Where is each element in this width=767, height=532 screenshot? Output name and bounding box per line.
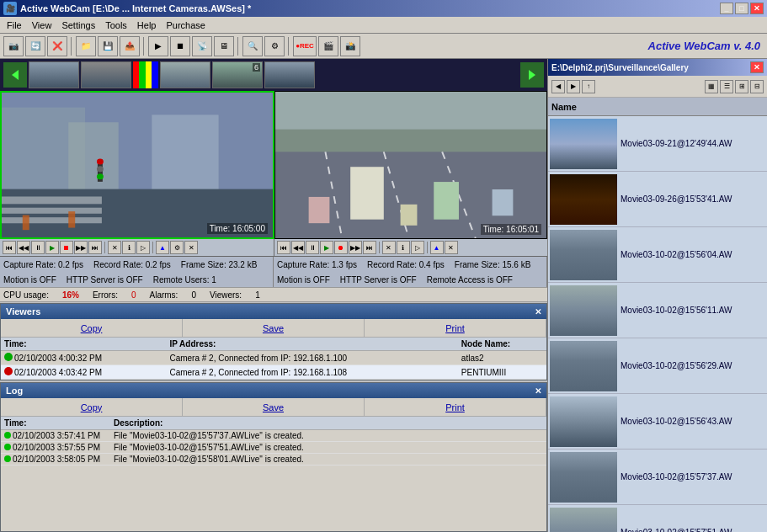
cam2-controls: ⏮ ◀◀ ⏸ ▶ ⏺ ▶▶ ⏭ ✕ ℹ ▷ ▲ ✕	[274, 239, 548, 256]
toolbar-btn-10[interactable]: 🖥	[214, 36, 234, 56]
svg-rect-23	[350, 167, 384, 219]
cam2-info[interactable]: ℹ	[397, 241, 410, 254]
strip-thumb-3[interactable]	[160, 61, 210, 88]
gallery-item[interactable]: Movie03-10-02@15'57'51.AW	[548, 505, 767, 532]
minimize-button[interactable]: _	[720, 3, 733, 14]
strip-thumb-2[interactable]	[81, 61, 131, 88]
cam1-controls: ⏮ ◀◀ ⏸ ▶ ⏹ ▶▶ ⏭ ✕ ℹ ▷ ▲ ⚙ ✕	[0, 239, 274, 256]
cam2-play[interactable]: ▶	[320, 241, 333, 254]
strip-thumb-1[interactable]	[29, 61, 79, 88]
toolbar-btn-12[interactable]: ⚙	[264, 36, 285, 56]
log-copy-btn[interactable]: Copy	[1, 398, 183, 416]
gallery-view1[interactable]: ▦	[705, 80, 718, 93]
toolbar-btn-11[interactable]: 🔍	[242, 36, 263, 56]
viewers-copy-btn[interactable]: Copy	[1, 319, 183, 337]
gallery-item[interactable]: Movie03-10-02@15'56'04.AW	[548, 227, 767, 283]
title-bar: 🎥 Active WebCam [E:\De ... Internet Came…	[0, 0, 767, 17]
cam2-prev[interactable]: ⏮	[277, 241, 290, 254]
gallery-thumb	[550, 396, 617, 447]
cam1-play[interactable]: ▶	[45, 241, 59, 254]
viewers-save-btn[interactable]: Save	[183, 319, 365, 337]
right-close-btn[interactable]: ✕	[750, 61, 764, 73]
svg-marker-0	[12, 70, 19, 80]
cam1-stop[interactable]: ⏹	[60, 241, 73, 254]
gallery-view3[interactable]: ⊞	[735, 80, 748, 93]
camera-view-2[interactable]: Time: 16:05:01	[274, 91, 547, 239]
gallery-view2[interactable]: ☰	[720, 80, 733, 93]
toolbar-btn-rec[interactable]: ●REC	[293, 36, 317, 56]
gallery-item[interactable]: Movie03-10-02@15'56'11.AW	[548, 283, 767, 338]
cam1-settings[interactable]: ⚙	[170, 241, 184, 254]
cam1-prev[interactable]: ⏮	[3, 241, 16, 254]
gallery-item[interactable]: Movie03-09-21@12'49'44.AW	[548, 116, 767, 172]
toolbar-btn-6[interactable]: 📤	[120, 36, 140, 56]
camera-view-1[interactable]: Time: 16:05:00	[0, 91, 274, 239]
log-save-btn[interactable]: Save	[183, 398, 365, 416]
gallery-item[interactable]: Movie03-10-02@15'56'29.AW	[548, 338, 767, 394]
cam2-rew[interactable]: ◀◀	[291, 241, 305, 254]
log-time: 02/10/2003 3:57:55 PM	[1, 442, 110, 454]
cam1-status: Capture Rate: 0.2 fps Record Rate: 0.2 f…	[0, 257, 274, 272]
cam1-up[interactable]: ▲	[156, 241, 169, 254]
toolbar-btn-7[interactable]: ▶	[148, 36, 168, 56]
errors-value: 0	[131, 290, 136, 300]
gallery-thumb	[550, 452, 617, 503]
viewers-print-btn[interactable]: Print	[365, 319, 546, 337]
cam1-rew[interactable]: ◀◀	[17, 241, 30, 254]
cam2-rec[interactable]: ⏺	[334, 241, 348, 254]
camera-controls-bar: ⏮ ◀◀ ⏸ ▶ ⏹ ▶▶ ⏭ ✕ ℹ ▷ ▲ ⚙ ✕ ⏮ ◀◀ ⏸ ▶	[0, 239, 547, 257]
cam2-more[interactable]: ▷	[411, 241, 424, 254]
toolbar-btn-8[interactable]: ⏹	[170, 36, 190, 56]
menu-help[interactable]: Help	[132, 19, 162, 32]
toolbar-btn-14[interactable]: 📸	[340, 36, 360, 56]
cam1-pause[interactable]: ⏸	[31, 241, 45, 254]
gallery-list[interactable]: Movie03-09-21@12'49'44.AW Movie03-09-26@…	[548, 116, 767, 532]
toolbar-btn-5[interactable]: 💾	[98, 36, 118, 56]
cam1-cross[interactable]: ✕	[108, 241, 121, 254]
errors-label: Errors:	[93, 290, 118, 300]
log-row: 02/10/2003 3:58:05 PM File "Movie03-10-0…	[1, 454, 546, 466]
strip-nav-left[interactable]	[3, 62, 27, 88]
gallery-view4[interactable]: ⊟	[750, 80, 764, 93]
cam1-more[interactable]: ▷	[136, 241, 150, 254]
toolbar-btn-1[interactable]: 📷	[3, 36, 24, 56]
cam2-up[interactable]: ▲	[430, 241, 444, 254]
gallery-back[interactable]: ◀	[551, 80, 565, 93]
toolbar-btn-4[interactable]: 📁	[76, 36, 96, 56]
cam2-next[interactable]: ⏭	[363, 241, 376, 254]
toolbar-btn-13[interactable]: 🎬	[318, 36, 338, 56]
close-button[interactable]: ✕	[750, 3, 764, 14]
menu-purchase[interactable]: Purchase	[161, 19, 210, 32]
viewers-close[interactable]: ✕	[535, 307, 541, 317]
toolbar-btn-2[interactable]: 🔄	[25, 36, 45, 56]
log-close[interactable]: ✕	[535, 386, 541, 396]
cam1-info[interactable]: ℹ	[122, 241, 136, 254]
red-dot	[4, 367, 13, 375]
menu-view[interactable]: View	[27, 19, 57, 32]
cam2-pause[interactable]: ⏸	[306, 241, 319, 254]
cam1-x2[interactable]: ✕	[184, 241, 198, 254]
strip-thumb-5[interactable]	[264, 61, 315, 88]
svg-rect-4	[68, 122, 118, 196]
toolbar-btn-9[interactable]: 📡	[192, 36, 212, 56]
maximize-button[interactable]: □	[735, 3, 748, 14]
cam2-x2[interactable]: ✕	[445, 241, 458, 254]
gallery-up[interactable]: ↑	[582, 80, 595, 93]
strip-nav-right[interactable]	[520, 62, 544, 88]
gallery-item[interactable]: Movie03-10-02@15'57'37.AW	[548, 450, 767, 505]
gallery-item[interactable]: Movie03-09-26@15'53'41.AW	[548, 172, 767, 227]
strip-thumb-4[interactable]: 6	[212, 61, 263, 88]
cam2-ffw[interactable]: ▶▶	[349, 241, 362, 254]
cam2-cross[interactable]: ✕	[382, 241, 396, 254]
gallery-fwd[interactable]: ▶	[567, 80, 580, 93]
cam1-next[interactable]: ⏭	[88, 241, 102, 254]
log-desc: File "Movie03-10-02@15'57'37.AWLive" is …	[110, 430, 546, 442]
log-print-btn[interactable]: Print	[365, 398, 546, 416]
toolbar-btn-3[interactable]: ❌	[47, 36, 67, 56]
menu-file[interactable]: File	[2, 19, 27, 32]
cam1-ffw[interactable]: ▶▶	[74, 241, 88, 254]
menu-settings[interactable]: Settings	[56, 19, 100, 32]
cam1-frame: Frame Size: 23.2 kB	[181, 260, 258, 269]
menu-tools[interactable]: Tools	[100, 19, 132, 32]
gallery-item[interactable]: Movie03-10-02@15'56'43.AW	[548, 394, 767, 450]
